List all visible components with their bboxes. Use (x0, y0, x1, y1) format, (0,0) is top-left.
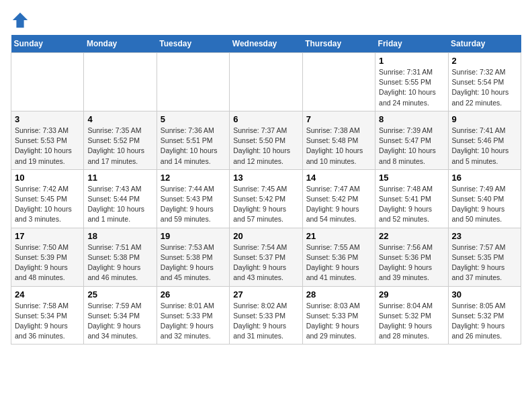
day-number: 2 (452, 56, 517, 66)
day-info: Sunrise: 7:45 AM Sunset: 5:42 PM Dayligh… (233, 184, 298, 225)
day-info: Sunrise: 7:50 AM Sunset: 5:39 PM Dayligh… (15, 242, 80, 283)
calendar-cell: 15Sunrise: 7:48 AM Sunset: 5:41 PM Dayli… (375, 169, 448, 228)
day-number: 6 (233, 114, 298, 124)
day-info: Sunrise: 8:04 AM Sunset: 5:32 PM Dayligh… (379, 301, 444, 342)
day-number: 16 (452, 173, 517, 183)
calendar-week-row: 1Sunrise: 7:31 AM Sunset: 5:55 PM Daylig… (11, 53, 521, 111)
day-info: Sunrise: 7:37 AM Sunset: 5:50 PM Dayligh… (233, 126, 298, 167)
day-number: 18 (87, 231, 152, 241)
day-number: 27 (233, 289, 298, 300)
calendar-week-row: 17Sunrise: 7:50 AM Sunset: 5:39 PM Dayli… (11, 228, 521, 286)
day-number: 8 (379, 114, 444, 124)
day-info: Sunrise: 7:54 AM Sunset: 5:37 PM Dayligh… (233, 242, 298, 283)
calendar-cell: 12Sunrise: 7:44 AM Sunset: 5:43 PM Dayli… (157, 169, 229, 228)
day-number: 26 (161, 289, 226, 300)
day-info: Sunrise: 7:57 AM Sunset: 5:35 PM Dayligh… (452, 242, 517, 283)
calendar-cell (157, 53, 229, 111)
day-number: 11 (87, 173, 152, 183)
weekday-header-monday: Monday (84, 35, 157, 53)
day-number: 25 (87, 289, 152, 300)
day-number: 21 (306, 231, 371, 241)
calendar-cell (11, 53, 84, 111)
day-number: 4 (87, 114, 152, 124)
day-info: Sunrise: 7:36 AM Sunset: 5:51 PM Dayligh… (161, 126, 226, 167)
calendar-cell: 23Sunrise: 7:57 AM Sunset: 5:35 PM Dayli… (448, 228, 521, 286)
calendar-cell: 18Sunrise: 7:51 AM Sunset: 5:38 PM Dayli… (84, 228, 157, 286)
calendar-cell: 9Sunrise: 7:41 AM Sunset: 5:46 PM Daylig… (448, 111, 521, 169)
weekday-header-saturday: Saturday (448, 35, 521, 53)
day-info: Sunrise: 8:05 AM Sunset: 5:32 PM Dayligh… (452, 301, 517, 342)
day-number: 30 (452, 289, 517, 300)
day-number: 10 (15, 173, 80, 183)
calendar-cell: 24Sunrise: 7:58 AM Sunset: 5:34 PM Dayli… (11, 286, 84, 345)
day-info: Sunrise: 7:58 AM Sunset: 5:34 PM Dayligh… (15, 301, 80, 342)
calendar-cell (302, 53, 375, 111)
calendar-cell: 3Sunrise: 7:33 AM Sunset: 5:53 PM Daylig… (11, 111, 84, 169)
day-number: 15 (379, 173, 444, 183)
calendar-cell: 19Sunrise: 7:53 AM Sunset: 5:38 PM Dayli… (157, 228, 229, 286)
calendar-cell: 20Sunrise: 7:54 AM Sunset: 5:37 PM Dayli… (230, 228, 302, 286)
day-number: 5 (161, 114, 226, 124)
calendar-cell: 26Sunrise: 8:01 AM Sunset: 5:33 PM Dayli… (157, 286, 229, 345)
day-info: Sunrise: 7:33 AM Sunset: 5:53 PM Dayligh… (15, 126, 80, 167)
day-info: Sunrise: 7:47 AM Sunset: 5:42 PM Dayligh… (306, 184, 371, 225)
logo (11, 11, 32, 30)
day-info: Sunrise: 8:02 AM Sunset: 5:33 PM Dayligh… (233, 301, 298, 342)
calendar-cell: 25Sunrise: 7:59 AM Sunset: 5:34 PM Dayli… (84, 286, 157, 345)
day-number: 22 (379, 231, 444, 241)
day-info: Sunrise: 7:43 AM Sunset: 5:44 PM Dayligh… (87, 184, 152, 225)
calendar-cell: 21Sunrise: 7:55 AM Sunset: 5:36 PM Dayli… (302, 228, 375, 286)
weekday-header-friday: Friday (375, 35, 448, 53)
weekday-header-wednesday: Wednesday (230, 35, 302, 53)
day-number: 7 (306, 114, 371, 124)
day-number: 23 (452, 231, 517, 241)
weekday-header-row: SundayMondayTuesdayWednesdayThursdayFrid… (11, 35, 521, 53)
day-info: Sunrise: 7:41 AM Sunset: 5:46 PM Dayligh… (452, 126, 517, 167)
weekday-header-sunday: Sunday (11, 35, 84, 53)
calendar-week-row: 24Sunrise: 7:58 AM Sunset: 5:34 PM Dayli… (11, 286, 521, 345)
calendar-cell: 11Sunrise: 7:43 AM Sunset: 5:44 PM Dayli… (84, 169, 157, 228)
day-number: 12 (161, 173, 226, 183)
calendar-week-row: 10Sunrise: 7:42 AM Sunset: 5:45 PM Dayli… (11, 169, 521, 228)
day-number: 19 (161, 231, 226, 241)
calendar-cell (84, 53, 157, 111)
day-number: 13 (233, 173, 298, 183)
calendar-cell: 22Sunrise: 7:56 AM Sunset: 5:36 PM Dayli… (375, 228, 448, 286)
day-info: Sunrise: 7:39 AM Sunset: 5:47 PM Dayligh… (379, 126, 444, 167)
calendar-cell (230, 53, 302, 111)
day-info: Sunrise: 7:51 AM Sunset: 5:38 PM Dayligh… (87, 242, 152, 283)
calendar-cell: 4Sunrise: 7:35 AM Sunset: 5:52 PM Daylig… (84, 111, 157, 169)
calendar-cell: 6Sunrise: 7:37 AM Sunset: 5:50 PM Daylig… (230, 111, 302, 169)
calendar-cell: 17Sunrise: 7:50 AM Sunset: 5:39 PM Dayli… (11, 228, 84, 286)
day-info: Sunrise: 7:56 AM Sunset: 5:36 PM Dayligh… (379, 242, 444, 283)
day-info: Sunrise: 7:49 AM Sunset: 5:40 PM Dayligh… (452, 184, 517, 225)
calendar-cell: 16Sunrise: 7:49 AM Sunset: 5:40 PM Dayli… (448, 169, 521, 228)
calendar-cell: 13Sunrise: 7:45 AM Sunset: 5:42 PM Dayli… (230, 169, 302, 228)
calendar-cell: 30Sunrise: 8:05 AM Sunset: 5:32 PM Dayli… (448, 286, 521, 345)
day-info: Sunrise: 7:59 AM Sunset: 5:34 PM Dayligh… (87, 301, 152, 342)
day-info: Sunrise: 7:32 AM Sunset: 5:54 PM Dayligh… (452, 67, 517, 108)
day-info: Sunrise: 7:55 AM Sunset: 5:36 PM Dayligh… (306, 242, 371, 283)
calendar-cell: 1Sunrise: 7:31 AM Sunset: 5:55 PM Daylig… (375, 53, 448, 111)
day-info: Sunrise: 7:35 AM Sunset: 5:52 PM Dayligh… (87, 126, 152, 167)
day-number: 17 (15, 231, 80, 241)
day-info: Sunrise: 7:44 AM Sunset: 5:43 PM Dayligh… (161, 184, 226, 225)
day-number: 9 (452, 114, 517, 124)
page-header (11, 11, 521, 30)
weekday-header-tuesday: Tuesday (157, 35, 229, 53)
day-info: Sunrise: 7:38 AM Sunset: 5:48 PM Dayligh… (306, 126, 371, 167)
calendar-cell: 5Sunrise: 7:36 AM Sunset: 5:51 PM Daylig… (157, 111, 229, 169)
day-info: Sunrise: 7:42 AM Sunset: 5:45 PM Dayligh… (15, 184, 80, 225)
day-number: 1 (379, 56, 444, 66)
calendar-cell: 14Sunrise: 7:47 AM Sunset: 5:42 PM Dayli… (302, 169, 375, 228)
calendar-cell: 2Sunrise: 7:32 AM Sunset: 5:54 PM Daylig… (448, 53, 521, 111)
day-number: 14 (306, 173, 371, 183)
day-info: Sunrise: 7:53 AM Sunset: 5:38 PM Dayligh… (161, 242, 226, 283)
day-info: Sunrise: 7:31 AM Sunset: 5:55 PM Dayligh… (379, 67, 444, 108)
logo-icon (11, 11, 30, 30)
calendar-table: SundayMondayTuesdayWednesdayThursdayFrid… (11, 35, 521, 345)
day-info: Sunrise: 7:48 AM Sunset: 5:41 PM Dayligh… (379, 184, 444, 225)
day-number: 20 (233, 231, 298, 241)
calendar-week-row: 3Sunrise: 7:33 AM Sunset: 5:53 PM Daylig… (11, 111, 521, 169)
day-number: 29 (379, 289, 444, 300)
